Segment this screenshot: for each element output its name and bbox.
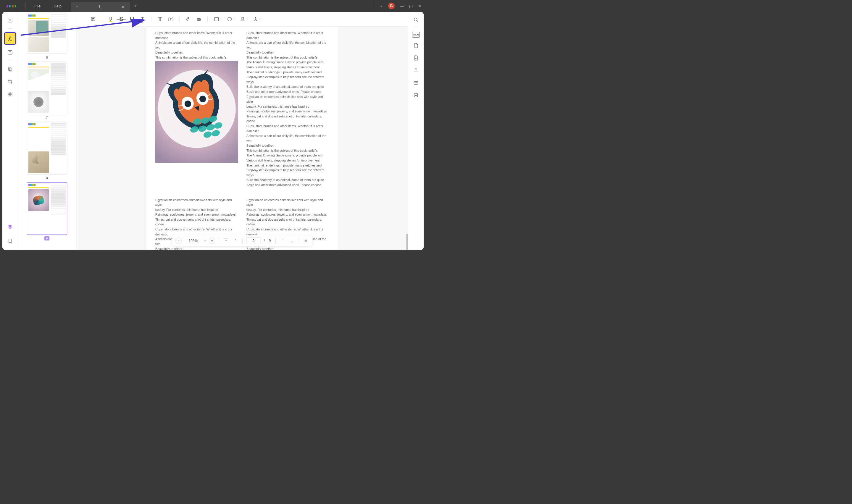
- right-toolbar: OCR: [408, 12, 424, 250]
- page-total: 9: [268, 239, 272, 243]
- document-tab[interactable]: ▾ 1 ✕: [71, 2, 130, 12]
- ocr-icon[interactable]: OCR: [412, 32, 420, 38]
- layers-icon[interactable]: [5, 222, 15, 232]
- doc-column-right: Cups, store brands and other items. Whet…: [247, 31, 329, 187]
- separator: [25, 3, 25, 9]
- document-icon[interactable]: [412, 41, 420, 50]
- svg-rect-8: [8, 94, 10, 96]
- close-window-button[interactable]: ✕: [418, 4, 421, 8]
- pencil-icon[interactable]: [183, 14, 193, 24]
- thumbnail-number: 7: [21, 116, 73, 120]
- first-page-button[interactable]: ⌃: [223, 239, 229, 242]
- grid-icon[interactable]: [5, 89, 15, 99]
- svg-rect-6: [8, 92, 10, 94]
- separator: [373, 3, 373, 9]
- left-toolbar: [2, 12, 18, 250]
- page-thumbnail[interactable]: 7: [21, 61, 73, 120]
- svg-point-33: [416, 95, 417, 95]
- stamp-icon[interactable]: [237, 14, 250, 24]
- strikethrough-icon[interactable]: S: [116, 14, 126, 24]
- export-icon[interactable]: [412, 66, 420, 75]
- crop-icon[interactable]: [5, 77, 15, 86]
- zoom-dropdown-icon[interactable]: ▾: [204, 239, 206, 242]
- user-avatar[interactable]: B: [388, 3, 395, 9]
- last-page-button[interactable]: ⌄: [289, 239, 295, 242]
- thumbnail-number: 6: [21, 56, 73, 59]
- reader-mode-icon[interactable]: [5, 15, 15, 25]
- page-manager-icon[interactable]: [5, 65, 15, 74]
- title-bar: UPDF File Help ▾ 1 ✕ + ⌄ B — ▢ ✕: [0, 0, 426, 12]
- app-logo: UPDF: [0, 4, 23, 8]
- svg-rect-5: [9, 68, 12, 71]
- page-control-bar: − 125% ▾ + ⌃ ˄ / 9 ˅ ⌄ ✕: [172, 235, 313, 246]
- document-image-owl: [155, 61, 238, 163]
- svg-point-14: [228, 17, 232, 21]
- document-viewport[interactable]: Cups, store brands and other items. Whet…: [76, 26, 408, 250]
- page-separator: /: [264, 239, 265, 243]
- tab-label: 1: [98, 5, 101, 9]
- close-pagectrl-button[interactable]: ✕: [303, 237, 309, 244]
- textbox-icon[interactable]: T: [166, 14, 176, 24]
- main-area: S U T T T Cups, store brands and other i…: [76, 12, 408, 250]
- new-tab-button[interactable]: +: [134, 3, 137, 8]
- signature-icon[interactable]: [250, 14, 263, 24]
- zoom-in-button[interactable]: +: [209, 237, 215, 244]
- page-thumbnail[interactable]: 8: [21, 122, 73, 180]
- tab-dropdown-icon[interactable]: ▾: [76, 5, 78, 8]
- underline-icon[interactable]: U: [127, 14, 137, 24]
- scrollbar[interactable]: [406, 234, 408, 250]
- search-icon[interactable]: [412, 15, 420, 24]
- squiggly-icon[interactable]: T: [138, 14, 148, 24]
- thumbnail-number: 8: [21, 176, 73, 180]
- chevron-down-icon[interactable]: ⌄: [380, 4, 383, 8]
- menu-file[interactable]: File: [28, 4, 47, 8]
- text-icon[interactable]: T: [155, 14, 165, 24]
- svg-text:T: T: [170, 17, 172, 21]
- next-page-button[interactable]: ˅: [279, 237, 286, 244]
- menu-help[interactable]: Help: [47, 4, 68, 8]
- thumbnail-panel: 6 7 8: [18, 12, 76, 250]
- svg-point-29: [414, 18, 417, 21]
- eraser-icon[interactable]: [194, 14, 204, 24]
- annotation-toolbar: S U T T T: [76, 12, 408, 26]
- rectangle-icon[interactable]: [211, 14, 224, 24]
- page-number-input[interactable]: [246, 237, 261, 244]
- svg-point-32: [415, 95, 416, 95]
- tab-close-icon[interactable]: ✕: [121, 4, 125, 9]
- minimize-button[interactable]: —: [400, 4, 404, 8]
- document-page: Cups, store brands and other items. Whet…: [146, 26, 339, 250]
- mail-icon[interactable]: [412, 78, 420, 87]
- svg-rect-4: [8, 67, 11, 70]
- svg-rect-30: [414, 81, 418, 84]
- doc-column-left: Cups, store brands and other items. Whet…: [155, 31, 238, 187]
- zoom-out-button[interactable]: −: [176, 237, 182, 244]
- ai-icon[interactable]: [412, 91, 420, 100]
- edit-text-icon[interactable]: [5, 48, 15, 57]
- comment-tool-icon[interactable]: [4, 32, 16, 45]
- svg-rect-13: [215, 17, 219, 21]
- highlight-icon[interactable]: [106, 14, 116, 24]
- thumbnail-number: 9: [21, 237, 73, 240]
- svg-point-3: [11, 53, 12, 54]
- convert-icon[interactable]: [412, 54, 420, 62]
- bookmark-icon[interactable]: [5, 236, 15, 246]
- svg-rect-7: [10, 92, 12, 94]
- page-thumbnail[interactable]: 6: [21, 13, 73, 59]
- sticky-note-icon[interactable]: [88, 14, 98, 24]
- zoom-level: 125%: [185, 239, 201, 243]
- shapes-icon[interactable]: [224, 14, 237, 24]
- prev-page-button[interactable]: ˄: [232, 237, 239, 244]
- svg-rect-9: [10, 94, 12, 96]
- page-thumbnail-active[interactable]: 9: [21, 182, 73, 240]
- maximize-button[interactable]: ▢: [409, 4, 413, 8]
